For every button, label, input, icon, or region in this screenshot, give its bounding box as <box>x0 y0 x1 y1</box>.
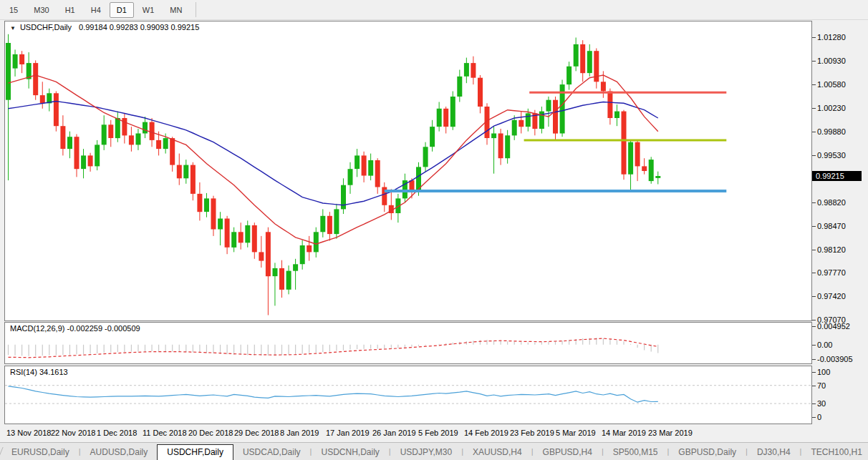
date-tick-label: 26 Jan 2019 <box>372 429 416 437</box>
macd-indicator-pane[interactable]: MACD(12,26,9) -0.002259 -0.000509 <box>4 322 812 364</box>
date-tick-label: 11 Dec 2018 <box>143 429 187 437</box>
candle-body <box>519 120 524 127</box>
price-tick-label: 0.98820 <box>817 198 846 207</box>
candle-body <box>314 232 319 252</box>
candle-body <box>607 92 612 119</box>
axis-tick <box>812 296 816 297</box>
price-chart-pane[interactable]: ▼USDCHF,Daily0.99184 0.99283 0.99093 0.9… <box>4 21 812 321</box>
candle-body <box>614 112 619 118</box>
date-tick-label: 23 Feb 2019 <box>510 429 554 437</box>
rsi-line <box>9 386 658 402</box>
macd-signal-line <box>9 338 658 358</box>
candle-body <box>95 145 100 166</box>
candle-body <box>362 155 367 175</box>
candle-body <box>471 63 476 78</box>
current-price-tag: 0.99215 <box>812 171 862 181</box>
rsi-tick-label: 100 <box>817 368 830 376</box>
date-tick-label: 22 Nov 2018 <box>51 429 95 437</box>
price-tick-label: 1.00930 <box>817 57 846 65</box>
chart-tab-gbpusd-daily[interactable]: GBPUSD,Daily <box>669 446 746 460</box>
price-tick-label: 1.00580 <box>817 80 846 89</box>
date-tick-label: 1 Dec 2018 <box>97 429 137 437</box>
axis-tick <box>812 132 816 132</box>
date-tick-label: 14 Mar 2019 <box>602 429 646 437</box>
candle-body <box>505 135 510 158</box>
axis-tick <box>812 403 816 404</box>
candle-body <box>156 140 161 149</box>
candle-body <box>450 97 455 127</box>
candle-body <box>231 232 236 248</box>
chart-tab-dj30-h4[interactable]: DJ30,H4 <box>748 446 800 460</box>
chart-tab-xauusd-h4[interactable]: XAUUSD,H4 <box>463 446 531 460</box>
axis-tick <box>812 345 816 346</box>
candle-body <box>40 95 45 103</box>
axis-tick <box>812 273 816 273</box>
candle-body <box>437 109 442 127</box>
axis-tick <box>812 250 816 250</box>
candle-body <box>491 134 496 139</box>
candle-body <box>6 43 11 100</box>
candle-body <box>259 252 264 260</box>
chart-tab-eurusd-daily[interactable]: EURUSD,Daily <box>2 446 79 460</box>
candle-body <box>191 165 196 194</box>
candle-body <box>13 54 18 69</box>
price-tick-label: 0.99880 <box>817 127 846 136</box>
rsi-canvas[interactable] <box>5 366 811 424</box>
timeframe-button-H4[interactable]: H4 <box>84 2 108 18</box>
axis-tick <box>812 320 816 320</box>
timeframe-button-M30[interactable]: M30 <box>26 2 56 18</box>
date-tick-label: 5 Feb 2019 <box>418 429 458 437</box>
price-tick-label: 0.99530 <box>817 151 846 160</box>
candle-body <box>218 219 223 230</box>
candle-body <box>136 134 141 145</box>
chart-tab-usdcad-daily[interactable]: USDCAD,Daily <box>233 446 310 460</box>
timeframe-button-15[interactable]: 15 <box>2 2 25 18</box>
candle-body <box>163 138 168 149</box>
macd-label: MACD(12,26,9) -0.002259 -0.000509 <box>10 324 140 333</box>
candle-body <box>108 124 113 138</box>
candle-body <box>587 51 592 73</box>
candle-body <box>355 155 360 169</box>
timeframe-toolbar: 15M30H1H4D1W1MN <box>0 0 868 20</box>
timeframe-button-D1[interactable]: D1 <box>110 2 134 18</box>
candle-body <box>574 44 579 67</box>
chart-menu-caret-icon[interactable]: ▼ <box>10 25 16 31</box>
candle-body <box>273 268 278 276</box>
candle-body <box>122 118 127 135</box>
chart-symbol-period: USDCHF,Daily <box>20 23 72 31</box>
candle-body <box>478 78 483 107</box>
candle-body <box>430 127 435 147</box>
chart-tab-audusd-daily[interactable]: AUDUSD,Daily <box>81 446 158 460</box>
candle-body <box>443 109 448 127</box>
axis-tick <box>812 84 816 85</box>
candlestick-canvas[interactable] <box>5 21 811 320</box>
timeframe-button-H1[interactable]: H1 <box>58 2 82 18</box>
chart-tab-usdjpy-m30[interactable]: USDJPY,M30 <box>391 446 461 460</box>
candle-body <box>225 219 230 248</box>
candle-body <box>649 160 654 181</box>
candle-body <box>334 209 339 234</box>
candle-body <box>286 271 291 290</box>
candle-body <box>553 100 558 134</box>
candle-body <box>252 225 257 253</box>
date-tick-label: 8 Jan 2019 <box>280 429 319 437</box>
chart-tab-usdcnh-daily[interactable]: USDCNH,Daily <box>312 446 388 460</box>
candle-body <box>457 77 462 97</box>
chart-tab-tech100-h1[interactable]: TECH100,H1 <box>801 446 868 460</box>
timeframe-button-W1[interactable]: W1 <box>135 2 162 18</box>
chart-tab-gbpusd-h4[interactable]: GBPUSD,H4 <box>534 446 602 460</box>
candle-body <box>635 142 640 167</box>
candle-body <box>512 120 517 136</box>
chart-title: ▼USDCHF,Daily0.99184 0.99283 0.99093 0.9… <box>10 23 199 31</box>
chart-tab-usdchf-daily[interactable]: USDCHF,Daily <box>157 444 233 460</box>
timeframe-button-MN[interactable]: MN <box>163 2 189 18</box>
rsi-indicator-pane[interactable]: RSI(14) 34.1613 <box>4 366 812 424</box>
candle-body <box>60 126 65 149</box>
axis-tick <box>812 155 816 156</box>
date-tick-label: 14 Feb 2019 <box>464 429 508 437</box>
chart-ohlc-values: 0.99184 0.99283 0.99093 0.99215 <box>79 23 199 31</box>
chart-tab-sp500-m15[interactable]: SP500,M15 <box>604 446 667 460</box>
candle-body <box>177 165 182 179</box>
candle-body <box>628 142 633 175</box>
candle-body <box>566 67 572 84</box>
